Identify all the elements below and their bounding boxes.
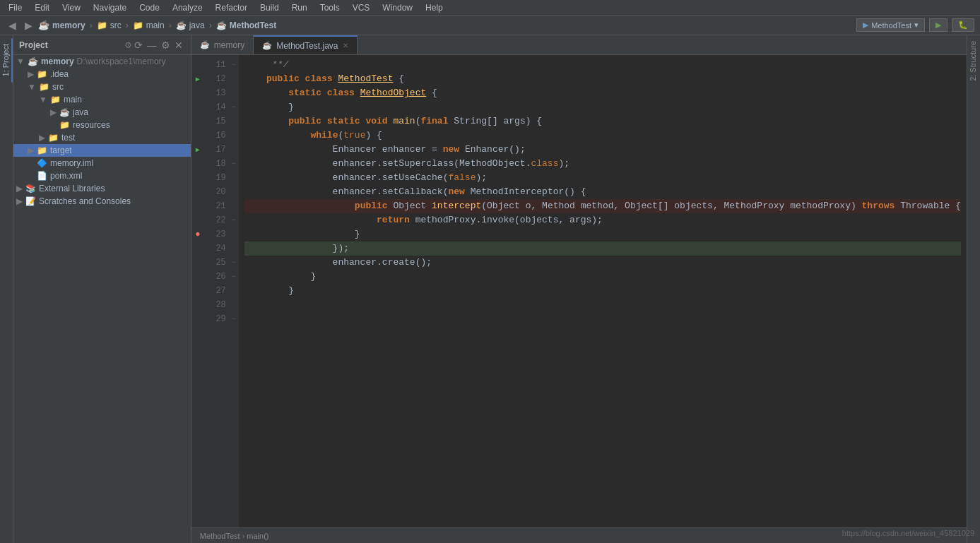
line-17: 17 [212, 143, 226, 157]
tree-item-src[interactable]: ▼ 📁 src [13, 80, 191, 93]
line-21: 21 [212, 199, 226, 213]
menu-edit[interactable]: Edit [29, 1, 55, 14]
exec-17[interactable]: ▶ [191, 143, 204, 157]
breadcrumb-memory[interactable]: memory [52, 20, 85, 30]
line-27: 27 [212, 284, 226, 298]
tree-item-target[interactable]: ▶ 📁 target [13, 144, 191, 157]
expand-icon-src: ▼ [28, 82, 36, 92]
tree-item-resources[interactable]: ▶ 📁 resources [13, 119, 191, 131]
collapse-button[interactable]: — [145, 40, 159, 51]
menu-build[interactable]: Build [254, 1, 285, 14]
run-config-button[interactable]: ▶ MethodTest ▾ [856, 18, 925, 32]
tab-memory-icon: ☕ [200, 40, 210, 49]
menu-refactor[interactable]: Refactor [210, 1, 253, 14]
fold-18[interactable]: − [229, 157, 239, 171]
exec-16 [191, 129, 204, 143]
tree-item-memory-root[interactable]: ▼ ☕ memory D:\workspace1\memory [13, 55, 191, 68]
line-19: 19 [212, 171, 226, 185]
sidebar: Project ⚙ ⟳ — ⚙ ✕ ▼ ☕ memory D:\workspac… [13, 35, 191, 543]
menu-help[interactable]: Help [420, 1, 449, 14]
tree-label-resources: resources [73, 120, 110, 130]
back-button[interactable]: ◀ [6, 20, 19, 31]
fold-25[interactable]: − [229, 256, 239, 270]
line-11: 11 [212, 58, 226, 72]
menu-file[interactable]: File [3, 1, 28, 14]
sync-button[interactable]: ⟳ [132, 40, 145, 51]
line-12: 12 [212, 72, 226, 86]
tree-label-target: target [50, 145, 72, 155]
exec-13 [191, 86, 204, 100]
fold-12 [229, 72, 239, 86]
line-13: 13 [212, 86, 226, 100]
fold-26[interactable]: − [229, 270, 239, 284]
run-button[interactable]: ▶ [929, 18, 947, 32]
menu-navigate[interactable]: Navigate [88, 1, 132, 14]
tab-close-button[interactable]: ✕ [343, 42, 348, 49]
breadcrumb-java[interactable]: java [189, 20, 205, 30]
exec-18 [191, 157, 204, 171]
menu-vcs[interactable]: VCS [347, 1, 376, 14]
project-tab[interactable]: 1: Project [0, 38, 13, 82]
tree-label-src: src [52, 82, 64, 92]
exec-29 [191, 312, 204, 326]
exec-11 [191, 58, 204, 72]
line-18: 18 [212, 157, 226, 171]
module-icon: ☕ [38, 20, 49, 30]
fold-11[interactable]: − [229, 58, 239, 72]
menu-tools[interactable]: Tools [314, 1, 346, 14]
code-line-26: }); [244, 241, 961, 256]
menu-view[interactable]: View [57, 1, 86, 14]
tree-item-memory-iml[interactable]: ▶ 🔷 memory.iml [13, 157, 191, 169]
code-line-21: enhancer.setUseCache(false); [244, 171, 961, 185]
breadcrumb-methodtest[interactable]: MethodTest [230, 20, 276, 30]
menu-analyze[interactable]: Analyze [167, 1, 208, 14]
tree-item-idea[interactable]: ▶ 📁 .idea [13, 68, 191, 80]
line-25: 25 [212, 256, 226, 270]
fold-29[interactable]: − [229, 312, 239, 326]
tree-label-idea: .idea [50, 69, 69, 79]
expand-icon-idea: ▶ [28, 69, 34, 79]
fold-21 [229, 199, 239, 213]
tree-item-pom[interactable]: ▶ 📄 pom.xml [13, 169, 191, 182]
file-icon-methodtest: ☕ [216, 20, 227, 30]
fold-22[interactable]: − [229, 213, 239, 227]
tab-methodtest[interactable]: ☕ MethodTest.java ✕ [254, 35, 357, 54]
tree-item-java[interactable]: ▶ ☕ java [13, 106, 191, 119]
exec-23-debug[interactable]: ● [191, 227, 204, 241]
libs-icon: 📚 [25, 184, 36, 193]
folder-icon-resources: 📁 [59, 120, 70, 130]
forward-button[interactable]: ▶ [22, 20, 35, 31]
exec-28 [191, 298, 204, 312]
close-sidebar-button[interactable]: ✕ [172, 40, 185, 51]
fold-gutter: − − − − − − − [229, 55, 239, 527]
fold-17 [229, 143, 239, 157]
line-numbers: 11 12 13 14 15 16 17 18 19 20 21 22 23 2… [204, 55, 229, 527]
settings-button[interactable]: ⚙ [159, 40, 172, 51]
debug-button[interactable]: 🐛 [952, 18, 974, 32]
structure-vtab[interactable]: 2: Structure [967, 35, 980, 87]
fold-19 [229, 171, 239, 185]
tree-item-main[interactable]: ▼ 📁 main [13, 93, 191, 106]
left-vertical-tabs: 1: Project [0, 35, 13, 543]
folder-icon-target: 📁 [37, 145, 47, 155]
tree-label-java: java [73, 107, 88, 117]
editor-tabs: ☕ memory ☕ MethodTest.java ✕ [191, 35, 967, 55]
fold-14[interactable]: − [229, 100, 239, 114]
run-config-label: MethodTest [871, 21, 911, 30]
folder-icon-idea: 📁 [37, 69, 47, 79]
breadcrumb-main[interactable]: main [146, 20, 165, 30]
tree-item-test[interactable]: ▶ 📁 test [13, 131, 191, 144]
code-content[interactable]: **/ public class MethodTest { static cla… [239, 55, 967, 527]
tree-item-ext-libs[interactable]: ▶ 📚 External Libraries [13, 182, 191, 195]
titlebar: ◀ ▶ ☕ memory › 📁 src › 📁 main › ☕ java ›… [0, 16, 980, 35]
menu-code[interactable]: Code [134, 1, 165, 14]
breadcrumb-methodtest-label: MethodTest [200, 532, 240, 540]
menu-window[interactable]: Window [377, 1, 418, 14]
menu-run[interactable]: Run [286, 1, 313, 14]
tab-methodtest-label: MethodTest.java [276, 41, 338, 51]
exec-19 [191, 171, 204, 185]
breadcrumb-src[interactable]: src [110, 20, 122, 30]
exec-12[interactable]: ▶ [191, 72, 204, 86]
tree-item-scratches[interactable]: ▶ 📝 Scratches and Consoles [13, 195, 191, 208]
tab-memory[interactable]: ☕ memory [191, 35, 254, 54]
